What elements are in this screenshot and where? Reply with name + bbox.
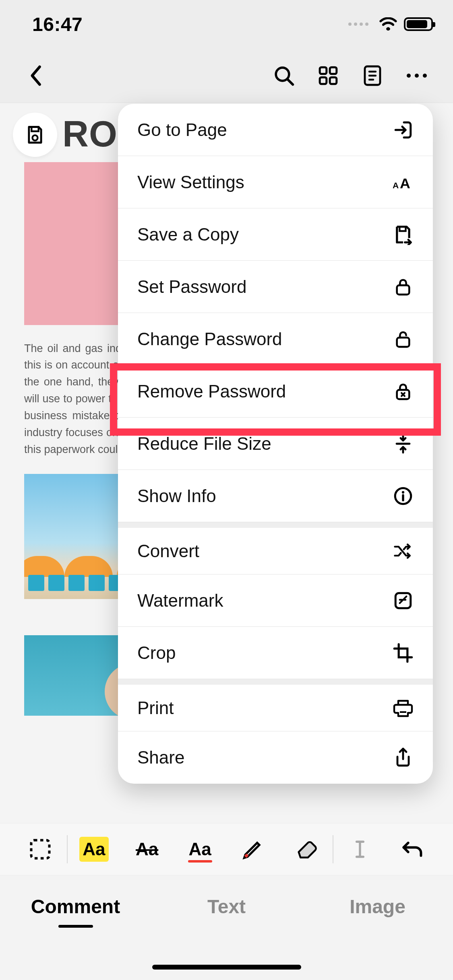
page-list-button[interactable] (360, 64, 385, 88)
svg-rect-10 (31, 127, 38, 132)
grid-view-button[interactable] (316, 64, 340, 88)
menu-change-password[interactable]: Change Password (118, 313, 433, 365)
menu-label: Remove Password (137, 381, 286, 401)
more-menu-popover: Go to Page View Settings AA Save a Copy … (118, 104, 433, 784)
menu-save-a-copy[interactable]: Save a Copy (118, 208, 433, 261)
svg-rect-15 (399, 226, 405, 231)
tab-comment[interactable]: Comment (0, 896, 151, 928)
undo-button[interactable] (386, 839, 439, 859)
status-time: 16:47 (20, 13, 83, 35)
text-cursor-tool[interactable] (333, 838, 387, 861)
svg-text:A: A (400, 175, 410, 191)
select-area-tool[interactable] (14, 837, 67, 861)
menu-label: Crop (137, 643, 176, 663)
floppy-icon (25, 124, 46, 145)
svg-rect-17 (397, 338, 410, 347)
menu-label: Share (137, 747, 184, 768)
svg-rect-16 (397, 285, 410, 294)
info-icon (393, 486, 414, 506)
strike-aa-icon: Aa (136, 839, 158, 859)
highlight-tool[interactable]: Aa (68, 837, 121, 862)
menu-remove-password[interactable]: Remove Password (118, 365, 433, 418)
lock-icon (393, 276, 414, 297)
lock-open-icon (393, 329, 414, 350)
status-bar: 16:47 (0, 0, 453, 48)
underline-aa-icon: Aa (189, 839, 211, 859)
more-icon (407, 74, 427, 78)
tab-text[interactable]: Text (151, 896, 302, 918)
highlight-aa-icon: Aa (79, 837, 108, 862)
tab-image[interactable]: Image (302, 896, 453, 918)
menu-go-to-page[interactable]: Go to Page (118, 104, 433, 156)
menu-share[interactable]: Share (118, 731, 433, 784)
shuffle-icon (393, 542, 414, 560)
lock-x-icon (393, 381, 414, 402)
save-arrow-icon (393, 224, 414, 245)
share-icon (393, 747, 414, 768)
nav-bar (0, 48, 453, 103)
menu-label: Set Password (137, 277, 246, 297)
svg-rect-4 (320, 77, 327, 84)
bottom-tab-bar: Comment Text Image (0, 875, 453, 980)
menu-reduce-file-size[interactable]: Reduce File Size (118, 418, 433, 470)
tab-label: Image (350, 896, 405, 917)
marker-icon (240, 836, 266, 862)
eraser-icon (293, 838, 319, 860)
menu-label: Show Info (137, 486, 216, 506)
menu-print[interactable]: Print (118, 679, 433, 731)
menu-label: Save a Copy (137, 224, 239, 245)
enter-icon (393, 120, 414, 140)
undo-icon (401, 839, 425, 859)
tab-label: Text (207, 896, 246, 917)
status-right (348, 17, 433, 31)
menu-label: Reduce File Size (137, 434, 271, 454)
menu-set-password[interactable]: Set Password (118, 261, 433, 313)
crop-icon (393, 642, 414, 663)
floating-save-button[interactable] (13, 113, 57, 157)
watermark-icon (393, 591, 414, 611)
battery-icon (404, 17, 433, 31)
menu-label: Watermark (137, 591, 223, 611)
search-button[interactable] (272, 64, 296, 88)
svg-text:A: A (393, 180, 399, 189)
svg-point-20 (402, 491, 404, 493)
strikethrough-tool[interactable]: Aa (120, 839, 174, 859)
menu-crop[interactable]: Crop (118, 627, 433, 679)
svg-line-1 (288, 79, 293, 84)
tab-label: Comment (31, 896, 120, 917)
compress-icon (393, 433, 414, 454)
menu-label: View Settings (137, 172, 244, 192)
svg-rect-3 (330, 67, 337, 74)
annotation-toolbar: Aa Aa Aa (0, 823, 453, 875)
svg-rect-12 (31, 840, 49, 859)
svg-rect-2 (320, 67, 327, 74)
marker-tool[interactable] (227, 836, 280, 862)
more-menu-button[interactable] (405, 64, 429, 88)
menu-watermark[interactable]: Watermark (118, 574, 433, 627)
font-size-icon: AA (393, 173, 414, 191)
svg-rect-5 (330, 77, 337, 84)
home-indicator (152, 965, 301, 970)
text-cursor-icon (350, 838, 370, 861)
menu-label: Change Password (137, 329, 282, 349)
menu-show-info[interactable]: Show Info (118, 470, 433, 522)
selection-icon (28, 837, 52, 861)
wifi-icon (379, 17, 397, 31)
svg-point-11 (33, 135, 38, 140)
menu-label: Print (137, 698, 174, 718)
menu-label: Convert (137, 541, 199, 561)
underline-tool[interactable]: Aa (174, 839, 227, 859)
printer-icon (393, 698, 414, 718)
menu-convert[interactable]: Convert (118, 522, 433, 574)
menu-label: Go to Page (137, 120, 227, 140)
cellular-dots-icon (348, 23, 368, 26)
back-button[interactable] (24, 64, 48, 88)
menu-view-settings[interactable]: View Settings AA (118, 156, 433, 208)
eraser-tool[interactable] (279, 838, 333, 860)
